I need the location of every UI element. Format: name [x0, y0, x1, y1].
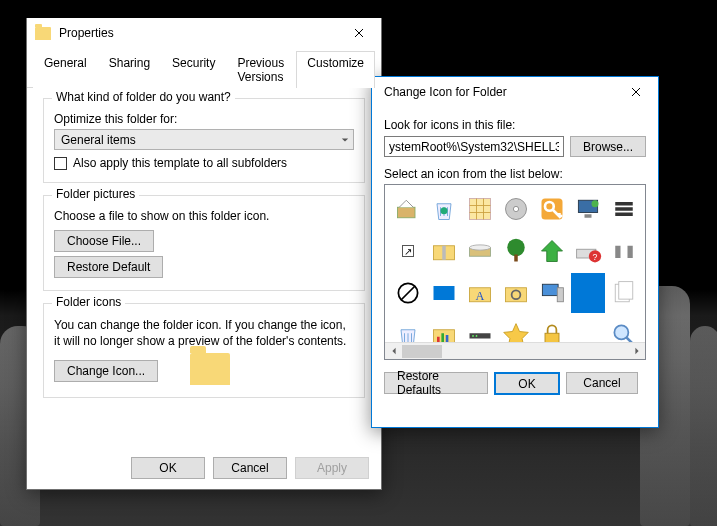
look-for-label: Look for icons in this file:	[384, 118, 646, 132]
optimize-label: Optimize this folder for:	[54, 112, 354, 126]
svg-rect-8	[585, 214, 592, 218]
svg-point-1	[441, 207, 448, 214]
icon-scrollbar[interactable]	[385, 342, 645, 359]
optimize-dropdown[interactable]: General items	[54, 129, 354, 150]
folder-preview-icon	[190, 353, 230, 385]
properties-window: Properties General Sharing Security Prev…	[26, 18, 382, 490]
tab-general[interactable]: General	[33, 51, 98, 88]
window-title: Properties	[59, 26, 336, 40]
pictures-desc: Choose a file to show on this folder ico…	[54, 209, 354, 223]
close-button[interactable]	[336, 18, 381, 48]
tab-sharing[interactable]: Sharing	[98, 51, 161, 88]
svg-text:A: A	[476, 289, 485, 303]
dropdown-value: General items	[61, 133, 136, 147]
svg-rect-34	[619, 282, 633, 300]
svg-rect-12	[615, 213, 633, 217]
checkbox-box	[54, 157, 67, 170]
restore-defaults-button[interactable]: Restore Defaults	[384, 372, 488, 394]
group-label: Folder icons	[52, 295, 125, 309]
select-icon-label: Select an icon from the list below:	[384, 167, 646, 181]
icon-list: ↗ ? A	[384, 184, 646, 360]
recycle-bin-icon[interactable]	[427, 189, 461, 229]
monitor-icon[interactable]	[571, 189, 605, 229]
svg-point-41	[476, 335, 478, 337]
restore-default-button[interactable]: Restore Default	[54, 256, 163, 278]
block-icon[interactable]	[391, 273, 425, 313]
svg-point-43	[614, 325, 628, 339]
change-icon-footer: Restore Defaults OK Cancel	[384, 372, 646, 395]
key-icon[interactable]	[535, 189, 569, 229]
browse-button[interactable]: Browse...	[570, 136, 646, 157]
disc-icon[interactable]	[499, 189, 533, 229]
scroll-left-icon[interactable]	[385, 343, 402, 360]
grid-icon[interactable]	[463, 189, 497, 229]
tab-strip: General Sharing Security Previous Versio…	[27, 50, 381, 88]
svg-rect-18	[514, 255, 518, 262]
svg-rect-31	[542, 284, 558, 295]
svg-rect-2	[470, 199, 491, 220]
group-folder-pictures: Folder pictures Choose a file to show on…	[43, 195, 365, 291]
drive-help-icon[interactable]: ?	[571, 231, 605, 271]
group-folder-kind: What kind of folder do you want? Optimiz…	[43, 98, 365, 183]
tree-icon[interactable]	[499, 231, 533, 271]
apply-button[interactable]: Apply	[295, 457, 369, 479]
svg-rect-10	[615, 202, 633, 206]
svg-rect-14	[442, 246, 446, 260]
shortcut-overlay-icon[interactable]: ↗	[391, 231, 425, 271]
tab-security[interactable]: Security	[161, 51, 226, 88]
svg-text:?: ?	[593, 252, 598, 262]
group-label: Folder pictures	[52, 187, 139, 201]
apply-subfolders-checkbox[interactable]: Also apply this template to all subfolde…	[54, 156, 354, 170]
svg-rect-32	[557, 288, 563, 302]
documents-stack-icon[interactable]	[607, 273, 641, 313]
svg-rect-23	[628, 246, 633, 258]
group-folder-icons: Folder icons You can change the folder i…	[43, 303, 365, 398]
chevron-down-icon	[341, 133, 349, 147]
cancel-button[interactable]: Cancel	[566, 372, 638, 394]
blank-selected-icon[interactable]	[571, 273, 605, 313]
svg-point-40	[472, 335, 474, 337]
choose-file-button[interactable]: Choose File...	[54, 230, 154, 252]
svg-rect-38	[446, 335, 449, 342]
drive-icon[interactable]	[463, 231, 497, 271]
svg-rect-26	[434, 286, 455, 300]
properties-titlebar[interactable]: Properties	[27, 18, 381, 48]
zip-folder-icon[interactable]	[427, 231, 461, 271]
svg-point-9	[592, 200, 599, 207]
change-icon-dialog: Change Icon for Folder Look for icons in…	[371, 76, 659, 428]
close-button[interactable]	[613, 77, 658, 107]
tab-customize[interactable]: Customize	[296, 51, 375, 88]
checkbox-label: Also apply this template to all subfolde…	[73, 156, 287, 170]
panel-icon[interactable]	[607, 189, 641, 229]
computer-icon[interactable]	[535, 273, 569, 313]
svg-rect-11	[615, 207, 633, 211]
folder-icon	[35, 27, 51, 40]
scroll-thumb[interactable]	[402, 345, 442, 358]
icon-path-input[interactable]	[384, 136, 564, 157]
cancel-button[interactable]: Cancel	[213, 457, 287, 479]
font-folder-icon[interactable]: A	[463, 273, 497, 313]
ok-button[interactable]: OK	[131, 457, 205, 479]
change-icon-button[interactable]: Change Icon...	[54, 360, 158, 382]
svg-rect-0	[398, 207, 416, 218]
install-icon[interactable]	[391, 189, 425, 229]
group-label: What kind of folder do you want?	[52, 90, 235, 104]
tab-previous-versions[interactable]: Previous Versions	[226, 51, 296, 88]
svg-rect-37	[441, 333, 444, 342]
svg-point-17	[507, 239, 525, 257]
icon-grid: ↗ ? A	[385, 185, 645, 359]
properties-footer: OK Cancel Apply	[131, 457, 369, 479]
unknown-icon[interactable]	[607, 231, 641, 271]
scroll-track[interactable]	[402, 343, 628, 359]
settings-folder-icon[interactable]	[499, 273, 533, 313]
ok-button[interactable]: OK	[494, 372, 560, 395]
icons-desc: You can change the folder icon. If you c…	[54, 317, 354, 349]
scroll-right-icon[interactable]	[628, 343, 645, 360]
svg-rect-22	[615, 246, 620, 258]
up-arrow-icon[interactable]	[535, 231, 569, 271]
svg-point-16	[470, 245, 491, 250]
dialog-title: Change Icon for Folder	[380, 85, 613, 99]
desktop-icon[interactable]	[427, 273, 461, 313]
change-icon-titlebar[interactable]: Change Icon for Folder	[372, 77, 658, 107]
svg-point-4	[513, 206, 518, 211]
